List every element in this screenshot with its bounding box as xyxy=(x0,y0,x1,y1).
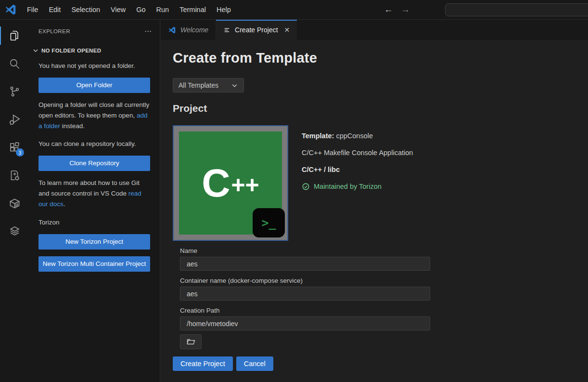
section-title: Project xyxy=(173,103,588,114)
tab-create-project-label: Create Project xyxy=(235,26,278,34)
cancel-button[interactable]: Cancel xyxy=(236,356,273,371)
open-folder-note: Opening a folder will close all currentl… xyxy=(38,100,150,132)
sidebar-title: EXPLORER xyxy=(38,28,70,34)
editor-area: Welcome Create Project ✕ Create from Tem… xyxy=(161,20,588,382)
maintained-label: Maintained by Torizon xyxy=(314,182,382,192)
container-name-input[interactable] xyxy=(180,287,430,301)
menu-file[interactable]: File xyxy=(22,3,43,16)
clone-repository-button[interactable]: Clone Repository xyxy=(38,156,150,171)
sidebar-explorer: EXPLORER ⋯ NO FOLDER OPENED You have not… xyxy=(29,20,160,382)
explorer-icon[interactable] xyxy=(0,24,29,48)
project-gear-icon[interactable] xyxy=(0,163,29,187)
tab-welcome[interactable]: Welcome xyxy=(161,20,216,40)
container-icon[interactable] xyxy=(0,191,29,215)
menu-edit[interactable]: Edit xyxy=(43,3,66,16)
template-details: Template: cppConsole C/C++ Makefile Cons… xyxy=(302,125,413,241)
title-bar: File Edit Selection View Go Run Terminal… xyxy=(0,0,588,20)
template-name: cppConsole xyxy=(336,132,373,140)
open-folder-button[interactable]: Open Folder xyxy=(38,78,150,93)
vscode-logo-icon xyxy=(4,3,17,16)
page-title: Create from Template xyxy=(173,50,588,66)
new-torizon-project-button[interactable]: New Torizon Project xyxy=(38,234,150,250)
torizon-section-label: Torizon xyxy=(38,217,150,228)
name-label: Name xyxy=(180,247,430,254)
tab-bar: Welcome Create Project ✕ xyxy=(161,20,588,40)
template-language: C/C++ / libc xyxy=(302,165,413,175)
source-control-icon[interactable] xyxy=(0,79,29,104)
template-name-line: Template: cppConsole xyxy=(302,131,413,141)
tab-welcome-label: Welcome xyxy=(180,26,208,34)
template-filter-dropdown[interactable]: All Templates xyxy=(173,78,244,92)
layers-icon[interactable] xyxy=(0,219,29,243)
create-project-button[interactable]: Create Project xyxy=(173,356,233,371)
project-form: Name Container name (docker-compose serv… xyxy=(180,247,430,371)
name-input[interactable] xyxy=(180,257,430,271)
menu-run[interactable]: Run xyxy=(151,3,175,16)
back-arrow-icon[interactable]: ← xyxy=(384,4,393,15)
creation-path-input[interactable] xyxy=(180,316,430,330)
chevron-down-icon xyxy=(231,82,238,89)
new-torizon-multi-container-button[interactable]: New Torizon Multi Container Project xyxy=(38,256,150,272)
more-actions-icon[interactable]: ⋯ xyxy=(144,27,152,36)
section-label: NO FOLDER OPENED xyxy=(41,48,101,53)
template-thumbnail[interactable]: C ++ >_ xyxy=(173,125,288,241)
tab-create-project[interactable]: Create Project ✕ xyxy=(216,20,297,40)
extensions-icon[interactable]: 3 xyxy=(0,135,29,159)
verified-badge-icon xyxy=(302,183,310,191)
close-icon[interactable]: ✕ xyxy=(284,26,290,34)
template-filter-value: All Templates xyxy=(179,81,218,89)
run-debug-icon[interactable] xyxy=(0,107,29,132)
creation-path-label: Creation Path xyxy=(180,307,430,314)
docs-note: To learn more about how to use Git and s… xyxy=(38,178,150,210)
vscode-logo-icon xyxy=(168,26,176,34)
extensions-badge: 3 xyxy=(16,148,24,157)
browse-folder-button[interactable] xyxy=(180,334,202,349)
clone-text: You can clone a repository locally. xyxy=(38,139,150,149)
folder-open-icon xyxy=(186,337,195,346)
menu-help[interactable]: Help xyxy=(211,3,236,16)
forward-arrow-icon[interactable]: → xyxy=(401,4,410,15)
list-icon xyxy=(223,26,230,34)
menu-view[interactable]: View xyxy=(105,3,131,16)
chevron-down-icon xyxy=(32,47,39,54)
terminal-badge-icon: >_ xyxy=(253,208,285,237)
section-no-folder-opened[interactable]: NO FOLDER OPENED xyxy=(29,36,160,54)
container-name-label: Container name (docker-compose service) xyxy=(180,277,430,284)
menu-terminal[interactable]: Terminal xyxy=(174,3,211,16)
menu-go[interactable]: Go xyxy=(131,3,151,16)
command-search-input[interactable] xyxy=(445,3,588,16)
template-description: C/C++ Makefile Console Application xyxy=(302,148,413,158)
activity-bar: 3 xyxy=(0,20,29,382)
maintained-line: Maintained by Torizon xyxy=(302,182,413,192)
search-icon[interactable] xyxy=(0,52,29,76)
menu-selection[interactable]: Selection xyxy=(66,3,105,16)
no-folder-text: You have not yet opened a folder. xyxy=(38,61,150,71)
